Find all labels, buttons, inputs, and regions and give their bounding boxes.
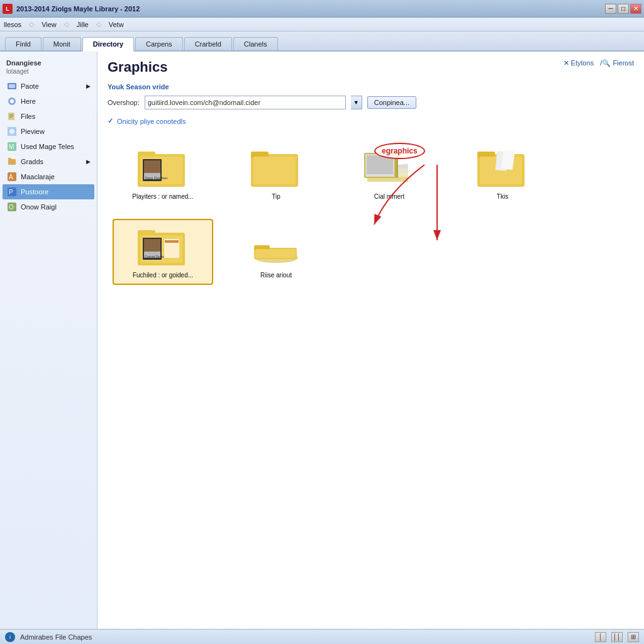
svg-rect-13 (8, 158, 11, 160)
content-area: Graphics ✕ Etytons /🔍 Fierost Youk Seaso… (97, 52, 644, 629)
menu-vetw[interactable]: Vetw (109, 21, 124, 28)
file-icon-3 (364, 147, 414, 191)
section-label: Youk Season vride (108, 83, 634, 91)
title-bar: L 2013-2014 Ziolgs Mayle Library - 2012 … (0, 0, 644, 18)
sidebar-item-onow-raigl[interactable]: O Onow Raigl (3, 199, 94, 214)
sidebar-label-paote: Paote (21, 82, 39, 90)
title-bar-text: 2013-2014 Ziolgs Mayle Library - 2012 (16, 5, 140, 13)
menu-jille[interactable]: Jille (77, 21, 89, 28)
svg-rect-12 (8, 159, 16, 165)
tab-carpens[interactable]: Carpens (135, 37, 183, 50)
sidebar-item-pustoore[interactable]: P Pustoore (3, 184, 94, 199)
sidebar-label-here: Here (21, 97, 36, 105)
svg-text:Yoco Osciltan: Yoco Osciltan (145, 176, 167, 180)
sidebar-label-files: Files (21, 113, 35, 120)
sidebar-header: Dnangiese (3, 57, 94, 68)
file-label-5: Fuchiled : or goided... (133, 272, 193, 279)
sidebar-item-maaclaraje[interactable]: A Maaclaraje (3, 169, 94, 184)
list-item[interactable]: Coenet Daysor Fuchiled : or goided... (113, 219, 213, 285)
menu-llesos[interactable]: llesos (4, 21, 21, 28)
svg-point-9 (9, 129, 14, 134)
overshop-dropdown[interactable]: ▼ (351, 96, 362, 109)
svg-rect-57 (255, 249, 296, 258)
sidebar-item-pieview[interactable]: Pieview (3, 124, 94, 139)
etytons-link[interactable]: ✕ Etytons (564, 59, 594, 67)
file-grid: Yoco Osciltan Playiters : or named... Ti… (108, 135, 634, 290)
pieview-icon (6, 126, 18, 137)
svg-rect-38 (367, 155, 393, 174)
only-label: Onicity pliye conotedls (117, 118, 186, 125)
svg-rect-31 (253, 157, 296, 184)
overshop-row: Overshop: ▼ Conpinea... (108, 96, 634, 109)
conpinea-button[interactable]: Conpinea... (367, 96, 416, 109)
title-bar-left: L 2013-2014 Ziolgs Mayle Library - 2012 (3, 4, 140, 14)
sidebar-label-pieview: Pieview (21, 128, 45, 135)
page-title: Graphics (108, 59, 634, 75)
svg-text:A: A (9, 174, 13, 180)
app-icon: L (3, 4, 13, 14)
list-item[interactable]: Yoco Osciltan Playiters : or named... (113, 140, 213, 206)
statusbar-btn-1[interactable]: │ (595, 632, 606, 642)
statusbar-text: Admirabes File Chapes (20, 633, 92, 641)
title-bar-controls: ─ □ ✕ (605, 4, 641, 14)
sidebar-label-onow-raigl: Onow Raigl (21, 203, 57, 211)
paote-icon (6, 80, 18, 92)
sidebar-label-maaclaraje: Maaclaraje (21, 173, 55, 180)
sidebar-label-gradds: Gradds (21, 158, 43, 165)
tab-clanels[interactable]: Clanels (233, 37, 278, 50)
statusbar-btn-3[interactable]: ⊞ (628, 632, 639, 642)
list-item[interactable]: Cial mmert (339, 140, 440, 206)
menu-view[interactable]: View (42, 21, 57, 28)
close-button[interactable]: ✕ (630, 4, 641, 14)
here-icon (6, 96, 18, 107)
sidebar-item-paote[interactable]: Paote ▶ (3, 79, 94, 94)
svg-text:M: M (9, 143, 14, 150)
file-label-2: Tip (272, 193, 280, 200)
svg-rect-6 (9, 116, 13, 116)
sidebar: Dnangiese lotaaget Paote ▶ Here Files (0, 52, 97, 629)
sidebar-label-pustoore: Pustoore (21, 188, 48, 196)
sidebar-item-used-mage[interactable]: M Used Mage Teles (3, 139, 94, 154)
fierost-link[interactable]: /🔍 Fierost (600, 59, 634, 67)
svg-rect-5 (9, 114, 13, 115)
overshop-input[interactable] (145, 96, 346, 109)
menu-bar: llesos ◇ View ◇ Jille ◇ Vetw (0, 18, 644, 31)
list-item[interactable]: Riise ariout (226, 219, 326, 285)
tab-crarbeld[interactable]: Crarbeld (184, 37, 232, 50)
file-icon-5: Coenet Daysor (138, 225, 188, 269)
file-label-6: Riise ariout (260, 272, 292, 279)
list-item[interactable]: Tip (226, 140, 326, 206)
statusbar-btn-2[interactable]: ││ (611, 632, 623, 642)
statusbar-icon: i (5, 632, 15, 642)
tab-directory[interactable]: Directory (82, 37, 134, 52)
sidebar-subtext: lotaaget (3, 68, 94, 79)
overshop-label: Overshop: (108, 99, 140, 106)
tab-monit[interactable]: Monit (43, 37, 81, 50)
sidebar-label-used-mage: Used Mage Teles (21, 143, 74, 150)
file-icon-2 (251, 147, 301, 191)
sidebar-item-here[interactable]: Here (3, 94, 94, 109)
toolbar-tabs: Finld Monit Directory Carpens Crarbeld C… (0, 31, 644, 52)
statusbar: i Admirabes File Chapes │ ││ ⊞ (0, 629, 644, 644)
svg-text:O: O (9, 204, 14, 211)
gradds-icon (6, 156, 18, 167)
svg-rect-49 (144, 239, 160, 252)
file-icon-6 (251, 225, 301, 269)
files-icon (6, 111, 18, 122)
minimize-button[interactable]: ─ (605, 4, 616, 14)
tab-finld[interactable]: Finld (5, 37, 42, 50)
used-mage-icon: M (6, 141, 18, 152)
file-icon-1: Yoco Osciltan (138, 147, 188, 191)
onow-raigl-icon: O (6, 201, 18, 213)
svg-rect-53 (165, 240, 179, 243)
svg-text:P: P (9, 189, 13, 196)
main-layout: Dnangiese lotaaget Paote ▶ Here Files (0, 52, 644, 629)
svg-rect-1 (9, 84, 15, 88)
maximize-button[interactable]: □ (618, 4, 629, 14)
svg-text:Coenet Daysor: Coenet Daysor (145, 255, 166, 258)
sidebar-item-gradds[interactable]: Gradds ▶ (3, 154, 94, 169)
sidebar-item-files[interactable]: Files (3, 109, 94, 124)
list-item[interactable]: Tkis (452, 140, 553, 206)
file-label-1: Playiters : or named... (132, 193, 193, 200)
paote-arrow: ▶ (86, 83, 91, 89)
